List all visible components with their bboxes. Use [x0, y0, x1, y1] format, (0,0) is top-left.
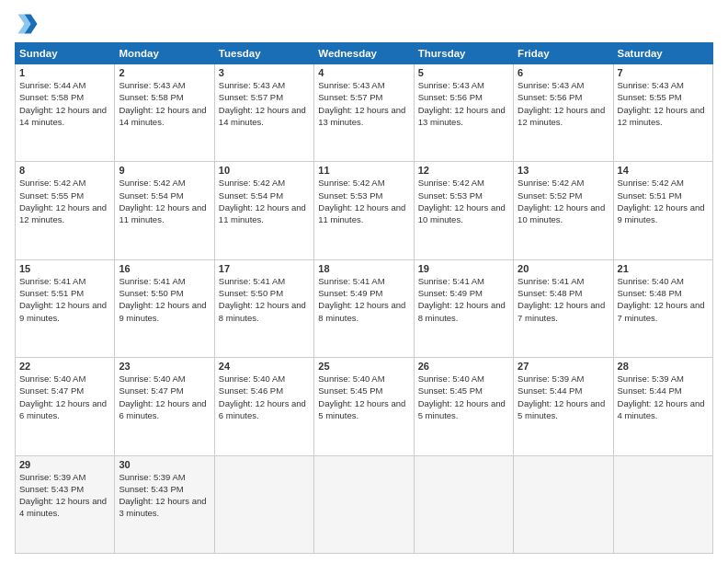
day-number: 23 — [119, 361, 210, 372]
day-number: 20 — [518, 263, 609, 274]
cell-info: Sunrise: 5:40 AMSunset: 5:46 PMDaylight:… — [219, 373, 306, 420]
calendar-header-monday: Monday — [115, 43, 214, 64]
day-number: 4 — [318, 67, 409, 78]
day-number: 25 — [318, 361, 409, 372]
calendar-cell: 8Sunrise: 5:42 AMSunset: 5:55 PMDaylight… — [16, 162, 115, 259]
calendar-header-thursday: Thursday — [414, 43, 513, 64]
calendar-cell: 7Sunrise: 5:43 AMSunset: 5:55 PMDaylight… — [613, 64, 712, 162]
calendar-header-friday: Friday — [514, 43, 613, 64]
calendar-cell — [214, 455, 313, 553]
calendar-cell: 6Sunrise: 5:43 AMSunset: 5:56 PMDaylight… — [514, 64, 613, 162]
calendar-cell: 16Sunrise: 5:41 AMSunset: 5:50 PMDayligh… — [115, 259, 214, 357]
calendar-table: SundayMondayTuesdayWednesdayThursdayFrid… — [15, 42, 713, 554]
day-number: 17 — [219, 263, 310, 274]
calendar-cell: 19Sunrise: 5:41 AMSunset: 5:49 PMDayligh… — [414, 259, 513, 357]
calendar-header-row: SundayMondayTuesdayWednesdayThursdayFrid… — [16, 43, 713, 64]
calendar-week-row: 1Sunrise: 5:44 AMSunset: 5:58 PMDaylight… — [16, 64, 713, 162]
cell-info: Sunrise: 5:40 AMSunset: 5:47 PMDaylight:… — [19, 373, 107, 420]
calendar-cell: 22Sunrise: 5:40 AMSunset: 5:47 PMDayligh… — [16, 358, 115, 455]
calendar-cell: 27Sunrise: 5:39 AMSunset: 5:44 PMDayligh… — [514, 358, 613, 455]
day-number: 5 — [418, 67, 509, 78]
day-number: 12 — [418, 165, 509, 176]
day-number: 16 — [119, 263, 210, 274]
calendar-cell: 1Sunrise: 5:44 AMSunset: 5:58 PMDaylight… — [16, 64, 115, 162]
day-number: 7 — [618, 67, 709, 78]
calendar-cell: 3Sunrise: 5:43 AMSunset: 5:57 PMDaylight… — [214, 64, 313, 162]
day-number: 14 — [618, 165, 709, 176]
day-number: 15 — [19, 263, 110, 274]
calendar-cell: 23Sunrise: 5:40 AMSunset: 5:47 PMDayligh… — [115, 358, 214, 455]
header — [15, 11, 713, 37]
calendar-cell: 28Sunrise: 5:39 AMSunset: 5:44 PMDayligh… — [613, 358, 712, 455]
day-number: 2 — [119, 67, 210, 78]
calendar-cell: 29Sunrise: 5:39 AMSunset: 5:43 PMDayligh… — [16, 455, 115, 553]
day-number: 18 — [318, 263, 409, 274]
day-number: 9 — [119, 165, 210, 176]
cell-info: Sunrise: 5:43 AMSunset: 5:55 PMDaylight:… — [618, 80, 705, 127]
day-number: 3 — [219, 67, 310, 78]
calendar-cell: 15Sunrise: 5:41 AMSunset: 5:51 PMDayligh… — [16, 259, 115, 357]
calendar-cell: 2Sunrise: 5:43 AMSunset: 5:58 PMDaylight… — [115, 64, 214, 162]
calendar-cell: 18Sunrise: 5:41 AMSunset: 5:49 PMDayligh… — [314, 259, 414, 357]
cell-info: Sunrise: 5:39 AMSunset: 5:44 PMDaylight:… — [518, 373, 605, 420]
calendar-week-row: 29Sunrise: 5:39 AMSunset: 5:43 PMDayligh… — [16, 455, 713, 553]
day-number: 21 — [618, 263, 709, 274]
calendar-cell: 11Sunrise: 5:42 AMSunset: 5:53 PMDayligh… — [314, 162, 414, 259]
cell-info: Sunrise: 5:43 AMSunset: 5:56 PMDaylight:… — [418, 80, 506, 127]
calendar-cell — [314, 455, 414, 553]
cell-info: Sunrise: 5:44 AMSunset: 5:58 PMDaylight:… — [19, 80, 107, 127]
calendar-header-wednesday: Wednesday — [314, 43, 414, 64]
day-number: 19 — [418, 263, 509, 274]
cell-info: Sunrise: 5:42 AMSunset: 5:54 PMDaylight:… — [219, 178, 306, 224]
cell-info: Sunrise: 5:42 AMSunset: 5:53 PMDaylight:… — [418, 178, 506, 224]
page: SundayMondayTuesdayWednesdayThursdayFrid… — [0, 0, 728, 563]
cell-info: Sunrise: 5:42 AMSunset: 5:51 PMDaylight:… — [618, 178, 705, 224]
day-number: 11 — [318, 165, 409, 176]
day-number: 27 — [518, 361, 609, 372]
calendar-cell: 13Sunrise: 5:42 AMSunset: 5:52 PMDayligh… — [514, 162, 613, 259]
cell-info: Sunrise: 5:43 AMSunset: 5:58 PMDaylight:… — [119, 80, 206, 127]
calendar-cell: 5Sunrise: 5:43 AMSunset: 5:56 PMDaylight… — [414, 64, 513, 162]
calendar-header-saturday: Saturday — [613, 43, 712, 64]
cell-info: Sunrise: 5:42 AMSunset: 5:55 PMDaylight:… — [19, 178, 107, 224]
cell-info: Sunrise: 5:40 AMSunset: 5:48 PMDaylight:… — [618, 276, 705, 323]
day-number: 8 — [19, 165, 110, 176]
cell-info: Sunrise: 5:42 AMSunset: 5:53 PMDaylight:… — [318, 178, 405, 224]
cell-info: Sunrise: 5:41 AMSunset: 5:48 PMDaylight:… — [518, 276, 605, 323]
calendar-cell: 24Sunrise: 5:40 AMSunset: 5:46 PMDayligh… — [214, 358, 313, 455]
calendar-cell — [414, 455, 513, 553]
calendar-cell: 17Sunrise: 5:41 AMSunset: 5:50 PMDayligh… — [214, 259, 313, 357]
cell-info: Sunrise: 5:40 AMSunset: 5:47 PMDaylight:… — [119, 373, 206, 420]
cell-info: Sunrise: 5:41 AMSunset: 5:49 PMDaylight:… — [318, 276, 405, 323]
day-number: 22 — [19, 361, 110, 372]
day-number: 30 — [119, 459, 210, 470]
calendar-header-sunday: Sunday — [16, 43, 115, 64]
calendar-cell — [514, 455, 613, 553]
day-number: 1 — [19, 67, 110, 78]
calendar-cell: 20Sunrise: 5:41 AMSunset: 5:48 PMDayligh… — [514, 259, 613, 357]
calendar-cell: 25Sunrise: 5:40 AMSunset: 5:45 PMDayligh… — [314, 358, 414, 455]
calendar-cell: 30Sunrise: 5:39 AMSunset: 5:43 PMDayligh… — [115, 455, 214, 553]
cell-info: Sunrise: 5:39 AMSunset: 5:43 PMDaylight:… — [19, 472, 107, 519]
logo-icon — [15, 11, 40, 37]
day-number: 13 — [518, 165, 609, 176]
cell-info: Sunrise: 5:39 AMSunset: 5:44 PMDaylight:… — [618, 373, 705, 420]
day-number: 29 — [19, 459, 110, 470]
calendar-cell — [613, 455, 712, 553]
cell-info: Sunrise: 5:41 AMSunset: 5:50 PMDaylight:… — [119, 276, 206, 323]
calendar-week-row: 15Sunrise: 5:41 AMSunset: 5:51 PMDayligh… — [16, 259, 713, 357]
calendar-header-tuesday: Tuesday — [214, 43, 313, 64]
cell-info: Sunrise: 5:40 AMSunset: 5:45 PMDaylight:… — [318, 373, 405, 420]
calendar-cell: 12Sunrise: 5:42 AMSunset: 5:53 PMDayligh… — [414, 162, 513, 259]
cell-info: Sunrise: 5:43 AMSunset: 5:57 PMDaylight:… — [219, 80, 306, 127]
calendar-cell: 26Sunrise: 5:40 AMSunset: 5:45 PMDayligh… — [414, 358, 513, 455]
cell-info: Sunrise: 5:43 AMSunset: 5:57 PMDaylight:… — [318, 80, 405, 127]
cell-info: Sunrise: 5:42 AMSunset: 5:54 PMDaylight:… — [119, 178, 206, 224]
cell-info: Sunrise: 5:42 AMSunset: 5:52 PMDaylight:… — [518, 178, 605, 224]
logo — [15, 11, 42, 37]
calendar-week-row: 22Sunrise: 5:40 AMSunset: 5:47 PMDayligh… — [16, 358, 713, 455]
day-number: 24 — [219, 361, 310, 372]
calendar-cell: 9Sunrise: 5:42 AMSunset: 5:54 PMDaylight… — [115, 162, 214, 259]
calendar-cell: 10Sunrise: 5:42 AMSunset: 5:54 PMDayligh… — [214, 162, 313, 259]
cell-info: Sunrise: 5:41 AMSunset: 5:51 PMDaylight:… — [19, 276, 107, 323]
